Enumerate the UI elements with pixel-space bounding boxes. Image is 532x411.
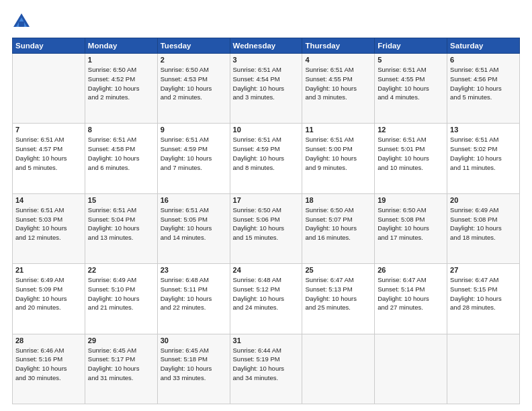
day-info: Sunrise: 6:51 AM Sunset: 4:55 PM Dayligh… [305, 65, 371, 102]
day-number: 30 [161, 336, 227, 345]
calendar-week-row: 14Sunrise: 6:51 AM Sunset: 5:03 PM Dayli… [13, 193, 520, 263]
day-number: 14 [15, 196, 82, 204]
day-header-monday: Monday [85, 38, 157, 54]
day-info: Sunrise: 6:45 AM Sunset: 5:17 PM Dayligh… [88, 346, 154, 383]
day-header-wednesday: Wednesday [230, 38, 302, 54]
calendar-cell: 28Sunrise: 6:46 AM Sunset: 5:16 PM Dayli… [13, 334, 85, 404]
calendar-cell: 10Sunrise: 6:51 AM Sunset: 4:59 PM Dayli… [230, 124, 302, 193]
day-info: Sunrise: 6:51 AM Sunset: 4:58 PM Dayligh… [88, 135, 154, 172]
day-number: 16 [161, 196, 227, 204]
logo-icon [12, 12, 31, 31]
calendar-cell: 25Sunrise: 6:47 AM Sunset: 5:13 PM Dayli… [302, 264, 375, 334]
day-header-tuesday: Tuesday [157, 38, 230, 54]
day-info: Sunrise: 6:44 AM Sunset: 5:19 PM Dayligh… [233, 346, 300, 383]
day-number: 28 [15, 336, 82, 345]
calendar-cell: 9Sunrise: 6:51 AM Sunset: 4:59 PM Daylig… [157, 124, 230, 193]
day-info: Sunrise: 6:51 AM Sunset: 5:03 PM Dayligh… [15, 205, 82, 242]
calendar-week-row: 28Sunrise: 6:46 AM Sunset: 5:16 PM Dayli… [13, 334, 520, 404]
calendar-cell: 31Sunrise: 6:44 AM Sunset: 5:19 PM Dayli… [230, 334, 302, 404]
day-number: 3 [233, 56, 300, 64]
day-number: 10 [233, 126, 300, 134]
day-info: Sunrise: 6:51 AM Sunset: 5:01 PM Dayligh… [378, 135, 444, 172]
calendar-cell: 7Sunrise: 6:51 AM Sunset: 4:57 PM Daylig… [13, 124, 85, 193]
svg-rect-2 [19, 21, 24, 27]
calendar-cell: 23Sunrise: 6:48 AM Sunset: 5:11 PM Dayli… [157, 264, 230, 334]
day-number: 12 [378, 126, 444, 134]
day-number: 6 [450, 56, 517, 64]
calendar-week-row: 1Sunrise: 6:50 AM Sunset: 4:52 PM Daylig… [13, 54, 520, 124]
calendar-cell: 8Sunrise: 6:51 AM Sunset: 4:58 PM Daylig… [85, 124, 157, 193]
day-header-saturday: Saturday [447, 38, 520, 54]
calendar-cell: 2Sunrise: 6:50 AM Sunset: 4:53 PM Daylig… [157, 54, 230, 124]
day-number: 23 [161, 266, 227, 274]
day-info: Sunrise: 6:49 AM Sunset: 5:09 PM Dayligh… [15, 275, 82, 312]
day-header-thursday: Thursday [302, 38, 375, 54]
day-info: Sunrise: 6:51 AM Sunset: 4:54 PM Dayligh… [233, 65, 300, 102]
day-info: Sunrise: 6:47 AM Sunset: 5:14 PM Dayligh… [378, 275, 444, 312]
calendar-cell: 12Sunrise: 6:51 AM Sunset: 5:01 PM Dayli… [375, 124, 447, 193]
day-header-sunday: Sunday [13, 38, 85, 54]
day-info: Sunrise: 6:50 AM Sunset: 5:06 PM Dayligh… [233, 205, 300, 242]
day-info: Sunrise: 6:51 AM Sunset: 4:57 PM Dayligh… [15, 135, 82, 172]
day-number: 22 [88, 266, 154, 274]
day-info: Sunrise: 6:48 AM Sunset: 5:12 PM Dayligh… [233, 275, 300, 312]
calendar-cell [302, 334, 375, 404]
day-info: Sunrise: 6:46 AM Sunset: 5:16 PM Dayligh… [15, 346, 82, 383]
calendar-cell: 15Sunrise: 6:51 AM Sunset: 5:04 PM Dayli… [85, 193, 157, 263]
header [12, 12, 520, 31]
calendar-cell: 24Sunrise: 6:48 AM Sunset: 5:12 PM Dayli… [230, 264, 302, 334]
page: SundayMondayTuesdayWednesdayThursdayFrid… [0, 0, 532, 411]
calendar-cell: 6Sunrise: 6:51 AM Sunset: 4:56 PM Daylig… [447, 54, 520, 124]
day-number: 11 [305, 126, 371, 134]
day-info: Sunrise: 6:45 AM Sunset: 5:18 PM Dayligh… [161, 346, 227, 383]
calendar-cell [13, 54, 85, 124]
calendar-cell: 1Sunrise: 6:50 AM Sunset: 4:52 PM Daylig… [85, 54, 157, 124]
day-info: Sunrise: 6:51 AM Sunset: 5:00 PM Dayligh… [305, 135, 371, 172]
calendar-cell: 18Sunrise: 6:50 AM Sunset: 5:07 PM Dayli… [302, 193, 375, 263]
day-number: 2 [161, 56, 227, 64]
day-info: Sunrise: 6:48 AM Sunset: 5:11 PM Dayligh… [161, 275, 227, 312]
day-info: Sunrise: 6:50 AM Sunset: 5:07 PM Dayligh… [305, 205, 371, 242]
day-info: Sunrise: 6:51 AM Sunset: 4:59 PM Dayligh… [233, 135, 300, 172]
day-number: 19 [378, 196, 444, 204]
calendar-cell: 11Sunrise: 6:51 AM Sunset: 5:00 PM Dayli… [302, 124, 375, 193]
day-info: Sunrise: 6:50 AM Sunset: 4:53 PM Dayligh… [161, 65, 227, 102]
calendar-cell: 17Sunrise: 6:50 AM Sunset: 5:06 PM Dayli… [230, 193, 302, 263]
calendar-cell: 29Sunrise: 6:45 AM Sunset: 5:17 PM Dayli… [85, 334, 157, 404]
logo [12, 12, 34, 31]
day-info: Sunrise: 6:51 AM Sunset: 5:05 PM Dayligh… [161, 205, 227, 242]
day-number: 21 [15, 266, 82, 274]
day-info: Sunrise: 6:51 AM Sunset: 5:02 PM Dayligh… [450, 135, 517, 172]
day-info: Sunrise: 6:51 AM Sunset: 4:55 PM Dayligh… [378, 65, 444, 102]
calendar-cell: 19Sunrise: 6:50 AM Sunset: 5:08 PM Dayli… [375, 193, 447, 263]
day-number: 31 [233, 336, 300, 345]
calendar-week-row: 21Sunrise: 6:49 AM Sunset: 5:09 PM Dayli… [13, 264, 520, 334]
calendar-header-row: SundayMondayTuesdayWednesdayThursdayFrid… [13, 38, 520, 54]
calendar-cell: 14Sunrise: 6:51 AM Sunset: 5:03 PM Dayli… [13, 193, 85, 263]
calendar-table: SundayMondayTuesdayWednesdayThursdayFrid… [12, 38, 520, 404]
calendar-cell: 20Sunrise: 6:49 AM Sunset: 5:08 PM Dayli… [447, 193, 520, 263]
calendar-cell: 30Sunrise: 6:45 AM Sunset: 5:18 PM Dayli… [157, 334, 230, 404]
calendar-cell: 16Sunrise: 6:51 AM Sunset: 5:05 PM Dayli… [157, 193, 230, 263]
calendar-cell [447, 334, 520, 404]
day-number: 4 [305, 56, 371, 64]
day-info: Sunrise: 6:50 AM Sunset: 5:08 PM Dayligh… [378, 205, 444, 242]
calendar-cell: 5Sunrise: 6:51 AM Sunset: 4:55 PM Daylig… [375, 54, 447, 124]
day-number: 27 [450, 266, 517, 274]
calendar-cell [375, 334, 447, 404]
day-number: 5 [378, 56, 444, 64]
day-info: Sunrise: 6:51 AM Sunset: 5:04 PM Dayligh… [88, 205, 154, 242]
day-number: 29 [88, 336, 154, 345]
day-info: Sunrise: 6:49 AM Sunset: 5:08 PM Dayligh… [450, 205, 517, 242]
day-number: 17 [233, 196, 300, 204]
calendar-cell: 3Sunrise: 6:51 AM Sunset: 4:54 PM Daylig… [230, 54, 302, 124]
calendar-cell: 22Sunrise: 6:49 AM Sunset: 5:10 PM Dayli… [85, 264, 157, 334]
calendar-cell: 27Sunrise: 6:47 AM Sunset: 5:15 PM Dayli… [447, 264, 520, 334]
day-info: Sunrise: 6:47 AM Sunset: 5:13 PM Dayligh… [305, 275, 371, 312]
day-number: 13 [450, 126, 517, 134]
day-number: 25 [305, 266, 371, 274]
day-header-friday: Friday [375, 38, 447, 54]
day-info: Sunrise: 6:51 AM Sunset: 4:59 PM Dayligh… [161, 135, 227, 172]
day-number: 26 [378, 266, 444, 274]
day-number: 1 [88, 56, 154, 64]
